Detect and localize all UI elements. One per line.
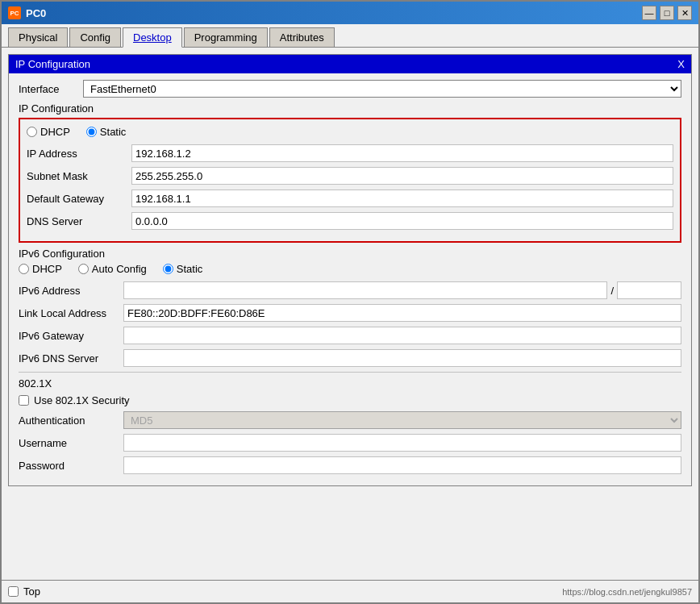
content-area: IP Configuration X Interface FastEtherne… [2,48,698,580]
ip-address-control [131,144,673,162]
dhcp-label: DHCP [40,126,70,138]
tab-bar: Physical Config Desktop Programming Attr… [2,24,698,48]
auth-row: Authentication MD5 [19,411,681,429]
main-window: PC PC0 — □ ✕ Physical Config Desktop Pro… [0,0,700,604]
auth-control: MD5 [123,411,681,429]
dns-server-control [131,212,673,230]
ipv6-dns-control [123,349,681,367]
default-gateway-input[interactable] [131,190,673,207]
title-buttons: — □ ✕ [642,6,692,20]
ipv6-auto-config-text: Auto Config [92,263,147,275]
ipv6-gateway-row: IPv6 Gateway [19,327,681,344]
dns-server-label: DNS Server [27,215,131,227]
divider [19,372,681,373]
panel-body: Interface FastEthernet0 IP Configuration [9,73,691,485]
ipv6-address-row: IPv6 Address / [19,281,681,299]
static-radio[interactable] [86,127,97,137]
watermark: https://blog.csdn.net/jengkul9857 [562,587,692,597]
ipv6-dhcp-label[interactable]: DHCP [19,263,62,275]
ip-config-title: IP Configuration [15,58,90,70]
ipv6-dns-label: IPv6 DNS Server [19,352,123,364]
interface-select-wrapper: FastEthernet0 [83,80,681,98]
bottom-bar: Top https://blog.csdn.net/jengkul9857 [2,580,698,602]
ipv6-dns-input[interactable] [123,349,681,367]
dot1x-section: 802.1X Use 802.1X Security Authenticatio… [19,377,681,474]
link-local-control [123,304,681,322]
link-local-label: Link Local Address [19,307,123,319]
subnet-mask-input[interactable] [131,167,673,185]
close-button[interactable]: ✕ [677,6,692,20]
ip-config-header: IP Configuration X [9,55,691,73]
ipv6-address-control: / [123,281,681,299]
dhcp-radio-label[interactable]: DHCP [27,126,70,138]
tab-attributes[interactable]: Attributes [269,27,335,47]
subnet-mask-control [131,167,673,185]
dot1x-checkbox-label: Use 802.1X Security [34,394,130,406]
password-control [123,456,681,474]
ipv6-prefix-input[interactable] [617,281,681,299]
username-label: Username [19,437,123,449]
ipv6-dns-row: IPv6 DNS Server [19,349,681,367]
interface-select[interactable]: FastEthernet0 [83,80,681,98]
subnet-mask-row: Subnet Mask [27,167,673,185]
maximize-button[interactable]: □ [660,6,674,20]
auth-select[interactable]: MD5 [123,411,681,429]
static-label: Static [100,126,127,138]
ipv6-section: IPv6 Configuration DHCP Auto Config [19,248,681,367]
link-local-row: Link Local Address [19,304,681,322]
tab-physical[interactable]: Physical [8,27,68,47]
ipv6-gateway-label: IPv6 Gateway [19,330,123,342]
minimize-button[interactable]: — [642,6,656,20]
username-control [123,434,681,452]
app-icon: PC [8,6,21,19]
ip-radio-group: DHCP Static [27,126,673,138]
subnet-mask-label: Subnet Mask [27,170,131,182]
ipv6-dhcp-radio[interactable] [19,264,29,274]
tab-programming[interactable]: Programming [184,27,268,47]
top-label: Top [23,585,40,598]
ip-config-close-button[interactable]: X [677,58,685,70]
link-local-input[interactable] [123,304,681,322]
username-input[interactable] [123,434,681,452]
ipv6-static-radio[interactable] [163,264,173,274]
interface-label: Interface [19,83,83,95]
password-label: Password [19,460,123,472]
ip-address-input[interactable] [131,144,673,162]
ipv6-section-title: IPv6 Configuration [19,248,681,260]
title-bar: PC PC0 — □ ✕ [2,2,698,24]
password-input[interactable] [123,456,681,474]
ipv6-static-text: Static [177,263,203,275]
tab-config[interactable]: Config [69,27,121,47]
top-checkbox-row: Top [8,585,40,598]
tab-desktop[interactable]: Desktop [123,27,182,48]
ipv6-gateway-input[interactable] [123,327,681,344]
dns-server-row: DNS Server [27,212,673,230]
ipv6-auto-config-radio[interactable] [78,264,89,274]
dot1x-checkbox-row: Use 802.1X Security [19,394,681,406]
ipv6-slash: / [610,285,614,297]
title-bar-left: PC PC0 [8,6,46,19]
ip-address-label: IP Address [27,148,131,160]
top-checkbox[interactable] [8,586,19,597]
ip-config-panel: IP Configuration X Interface FastEtherne… [8,54,692,486]
highlighted-section: DHCP Static IP Address [19,118,681,243]
username-row: Username [19,434,681,452]
dot1x-title: 802.1X [19,377,681,389]
ipv6-gateway-control [123,327,681,344]
ip-address-row: IP Address [27,144,673,162]
dot1x-checkbox[interactable] [19,395,29,406]
interface-row: Interface FastEthernet0 [19,80,681,98]
ipv6-address-label: IPv6 Address [19,285,123,297]
ipv6-auto-config-label[interactable]: Auto Config [78,263,147,275]
default-gateway-control [131,190,673,207]
dhcp-radio[interactable] [27,127,37,137]
ipv6-dhcp-text: DHCP [32,263,62,275]
dns-server-input[interactable] [131,212,673,230]
static-radio-label[interactable]: Static [86,126,127,138]
ipv6-address-input[interactable] [123,281,607,299]
auth-label: Authentication [19,414,123,427]
default-gateway-label: Default Gateway [27,193,131,205]
password-row: Password [19,456,681,474]
window-title: PC0 [26,7,46,19]
ipv6-static-label[interactable]: Static [163,263,203,275]
